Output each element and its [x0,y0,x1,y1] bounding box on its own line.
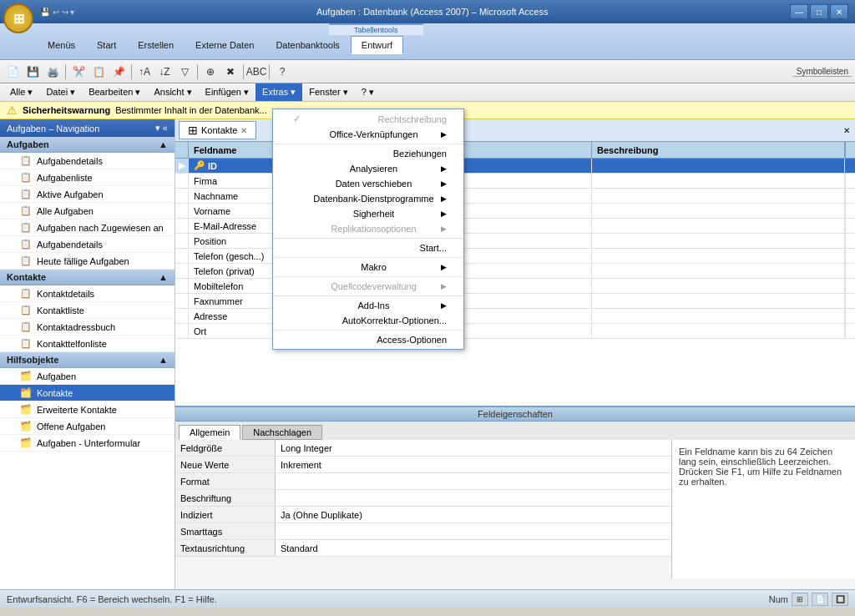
menu-extras[interactable]: Extras ▾ [255,83,302,101]
nav-item-label: Aufgaben - Unterformular [37,438,140,448]
cell-desc[interactable] [592,174,845,188]
menu-makro[interactable]: Makro ▶ [273,260,463,275]
cell-desc[interactable] [592,264,845,278]
status-btn-2[interactable]: 📄 [812,593,828,606]
prop-value[interactable]: Long Integer [276,440,671,456]
arrow-icon: ▶ [441,130,447,139]
menu-help[interactable]: ? ▾ [355,83,381,101]
prop-value[interactable] [276,473,671,489]
prop-value[interactable]: Ja (Ohne Duplikate) [276,507,671,523]
menu-start[interactable]: Start... [273,240,463,255]
status-btn-3[interactable]: 🔲 [832,593,848,606]
menu-quellcode: Quellcodeverwaltung ▶ [273,279,463,294]
nav-item-unterformular[interactable]: 🗂️ Aufgaben - Unterformular [0,435,175,452]
menu-access-optionen[interactable]: Access-Optionen [273,332,463,347]
security-detail: Bestimmter Inhalt in der Datenbank... [115,105,267,115]
nav-item-aktive[interactable]: 📋 Aktive Aufgaben [0,186,175,203]
cell-desc[interactable] [592,309,845,323]
tab-start[interactable]: Start [86,35,127,53]
close-button[interactable]: ✕ [830,4,848,19]
nav-item-aufgabendetails2[interactable]: 📋 Aufgabendetails [0,236,175,253]
tab-entwurf[interactable]: Entwurf [351,36,403,54]
prop-value[interactable]: Inkrement [276,457,671,472]
menu-office-verknüpfungen[interactable]: Office-Verknüpfungen ▶ [273,127,463,142]
menu-daten-verschieben[interactable]: Daten verschieben ▶ [273,176,463,191]
tab-allgemein[interactable]: Allgemein [179,425,240,440]
nav-item-erweitert[interactable]: 🗂️ Erweiterte Kontakte [0,401,175,418]
cell-desc[interactable] [592,294,845,308]
prop-label: Beschriftung [175,490,276,506]
tab-menus[interactable]: Menüs [37,35,86,53]
menu-beziehungen[interactable]: Beziehungen [273,146,463,161]
table-tab-kontakte[interactable]: ⊞ Kontakte ✕ [179,121,256,139]
nav-item-kontaktdetails[interactable]: 📋 Kontaktdetails [0,285,175,302]
nav-section-kontakte[interactable]: Kontakte ▲ [0,270,175,285]
menu-sigherheit[interactable]: Sigherheit ▶ [273,206,463,221]
tab-erstellen[interactable]: Erstellen [127,35,185,53]
menu-alle[interactable]: Alle ▾ [3,83,39,101]
menu-fenster[interactable]: Fenster ▾ [302,83,354,101]
cell-desc[interactable] [592,279,845,293]
nav-item-label: Offene Aufgaben [37,422,105,432]
nav-item-offene[interactable]: 🗂️ Offene Aufgaben [0,418,175,435]
menu-dienstprogramme[interactable]: Datenbank-Dienstprogramme ▶ [273,191,463,206]
menu-ansicht[interactable]: Ansicht ▾ [147,83,198,101]
nav-item-label: Alle Aufgaben [37,206,94,216]
cell-desc[interactable] [592,204,845,218]
prop-value[interactable] [276,490,671,506]
cell-desc[interactable] [592,234,845,248]
toolbar-btn-5[interactable]: 📋 [89,63,108,81]
tab-close[interactable]: ✕ [240,126,247,135]
cell-desc[interactable] [592,189,845,203]
nav-item-aufgabendetails[interactable]: 📋 Aufgabendetails [0,153,175,169]
nav-item-aufgaben-h[interactable]: 🗂️ Aufgaben [0,368,175,385]
toolbar-btn-filter[interactable]: ▽ [175,63,194,81]
nav-controls[interactable]: ▾ « [155,123,168,134]
menu-einfügen[interactable]: Einfügen ▾ [199,83,255,101]
nav-item-heute[interactable]: 📋 Heute fällige Aufgaben [0,253,175,270]
menu-analysieren[interactable]: Analysieren ▶ [273,161,463,176]
office-button[interactable]: ⊞ [3,3,33,33]
nav-item-aufgabenliste[interactable]: 📋 Aufgabenliste [0,169,175,186]
nav-section-aufgaben[interactable]: Aufgaben ▲ [0,137,175,153]
menu-autokorrektur[interactable]: AutoKorrektur-Optionen... [273,313,463,328]
toolbar-btn-delete[interactable]: ✖ [221,63,240,81]
menu-bearbeiten[interactable]: Bearbeiten ▾ [82,83,147,101]
toolbar-btn-spell[interactable]: ABC [247,63,266,81]
menu-datei[interactable]: Datei ▾ [39,83,82,101]
prop-value[interactable]: Standard [276,540,671,556]
tab-nachschlagen[interactable]: Nachschlagen [242,425,322,440]
nav-item-icon: 📋 [20,255,32,266]
separator [273,295,463,296]
nav-item-kontaktliste[interactable]: 📋 Kontaktliste [0,302,175,319]
cell-desc[interactable] [592,219,845,233]
toolbar-btn-sort-desc[interactable]: ↓Z [155,63,174,81]
status-btn-1[interactable]: ⊞ [792,593,808,606]
prop-value[interactable] [276,523,671,539]
nav-item-telefon[interactable]: 📋 Kontakttelfonliste [0,336,175,352]
close-panel-btn[interactable]: ✕ [842,124,852,137]
toolbar-btn-3[interactable]: 🖨️ [43,63,62,81]
menu-add-ins[interactable]: Add-Ins ▶ [273,298,463,313]
cell-desc[interactable] [592,324,845,338]
maximize-button[interactable]: □ [810,4,828,19]
toolbar-btn-help[interactable]: ? [273,63,291,81]
toolbar-btn-new[interactable]: ⊕ [201,63,220,81]
menu-rechtschreibung: ✓ Rechtschreibung [273,111,463,127]
toolbar-btn-4[interactable]: ✂️ [69,63,88,81]
toolbar-btn-sort-asc[interactable]: ↑A [135,63,154,81]
nav-item-kontakte-h[interactable]: 🗂️ Kontakte [0,385,175,401]
cell-desc[interactable] [592,159,845,173]
minimize-button[interactable]: — [790,4,808,19]
tab-datenbanktools[interactable]: Datenbanktools [265,35,350,53]
tab-externe-daten[interactable]: Externe Daten [185,35,265,53]
nav-item-alle[interactable]: 📋 Alle Aufgaben [0,203,175,220]
toolbar-btn-1[interactable]: 📄 [3,63,22,81]
row-selector [175,294,189,308]
nav-item-kontaktadressbuch[interactable]: 📋 Kontaktadressbuch [0,319,175,336]
cell-desc[interactable] [592,249,845,263]
toolbar-btn-6[interactable]: 📌 [109,63,128,81]
toolbar-btn-2[interactable]: 💾 [23,63,42,81]
nav-item-zugewiesen[interactable]: 📋 Aufgaben nach Zugewiesen an [0,220,175,236]
nav-section-hilfsobjekte[interactable]: Hilfsobjekte ▲ [0,352,175,368]
